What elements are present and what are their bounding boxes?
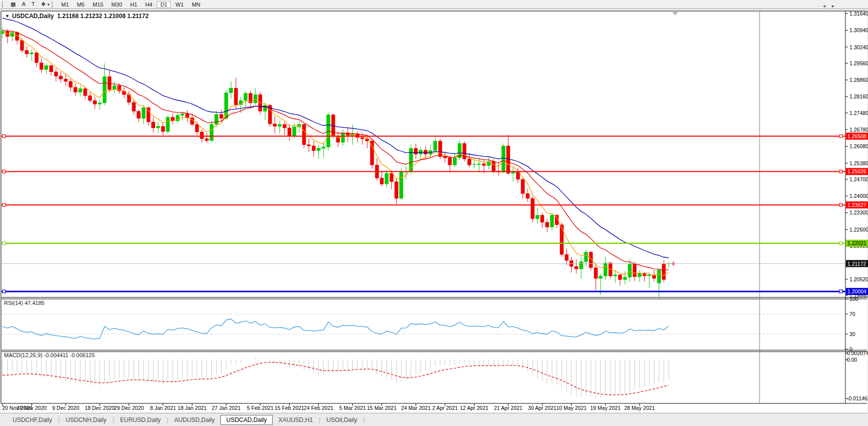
symbol-tab-USDCNH[interactable]: USDCNH,Daily: [60, 415, 112, 425]
candle: [512, 172, 515, 173]
hline-handle[interactable]: [839, 290, 842, 293]
candle: [307, 145, 311, 146]
axis-label: 21 Apr 2021: [494, 405, 523, 411]
candle: [195, 125, 199, 132]
axis-label: 1.23300: [849, 209, 868, 216]
axis-label: 1.23627: [847, 202, 866, 208]
shapes-dropdown-icon[interactable]: ▾: [47, 2, 50, 7]
top-toolbar: ▦AT❖ ▾ M1M5M15M30H1H4D1W1MN: [0, 0, 868, 9]
candle: [443, 157, 447, 158]
chart-canvas[interactable]: 1.316401.309401.302401.295601.288601.281…: [0, 0, 868, 426]
timeframe-W1-button[interactable]: W1: [172, 1, 187, 8]
candle: [273, 124, 277, 127]
chart-menu-arrow-icon[interactable]: ▼: [5, 14, 10, 19]
symbol-tab-bar: USDCHF,Daily|USDCNH,Daily|EURUSD,Daily|A…: [0, 413, 868, 426]
axis-label: 1.20520: [849, 276, 868, 282]
drawing-tools-group: ▦AT❖: [8, 1, 49, 8]
candle: [409, 148, 413, 172]
hline-handle[interactable]: [3, 170, 6, 173]
symbol-tab-USDCAD[interactable]: USDCAD,Daily: [220, 415, 273, 425]
tab-scroll-left-icon[interactable]: ◂: [823, 3, 825, 9]
candle: [322, 147, 325, 148]
axis-label: 30 Apr 2021: [528, 405, 557, 411]
symbol-tab-USOil[interactable]: USOil,Daily: [321, 415, 362, 425]
toolbar-grip[interactable]: [2, 2, 5, 8]
timeframe-H4-button[interactable]: H4: [142, 1, 156, 8]
tab-scroll-right-icon[interactable]: ▸: [832, 3, 834, 9]
candle: [467, 159, 471, 165]
timeframe-group: M1M5M15M30H1H4D1W1MN: [57, 2, 204, 8]
symbol-tab-EURUSD[interactable]: EURUSD,Daily: [114, 415, 166, 425]
axis-label: 1.27480: [849, 110, 868, 116]
candle: [565, 255, 568, 261]
text-box-icon[interactable]: T: [29, 1, 38, 8]
axis-label: 1.30940: [849, 27, 868, 33]
candle: [35, 53, 38, 63]
candle: [662, 264, 666, 280]
candle: [288, 128, 291, 137]
price-badge-1.26508: 1.26508: [846, 133, 868, 140]
timeframe-M5-button[interactable]: M5: [73, 1, 88, 8]
timeframe-M30-button[interactable]: M30: [108, 1, 126, 8]
axis-label: 1.24700: [849, 176, 868, 182]
price-badge-1.20004: 1.20004: [846, 288, 868, 295]
candle: [1, 31, 5, 34]
timeframe-D1-button[interactable]: D1: [157, 1, 171, 8]
hline-handle[interactable]: [839, 135, 842, 138]
text-label-icon[interactable]: A: [19, 1, 28, 8]
hline-handle[interactable]: [3, 203, 6, 206]
candle: [83, 88, 87, 95]
timeframe-H1-button[interactable]: H1: [127, 1, 141, 8]
candle: [657, 270, 661, 283]
candle: [219, 115, 223, 119]
axis-label: 24 Mar 2021: [401, 405, 431, 411]
timeframe-M15-button[interactable]: M15: [89, 1, 106, 8]
candle: [215, 115, 218, 125]
candle: [283, 125, 286, 128]
axis-label: 24 Feb 2021: [304, 405, 333, 411]
candle: [531, 198, 534, 219]
candle: [132, 102, 136, 112]
candle: [526, 193, 530, 198]
axis-label: 5 Mar 2021: [339, 405, 366, 411]
hline-handle[interactable]: [3, 242, 6, 245]
hline-handle[interactable]: [839, 170, 842, 173]
candle: [341, 133, 345, 142]
candle: [453, 158, 456, 165]
candle: [448, 158, 452, 165]
hline-handle[interactable]: [3, 290, 6, 293]
candle: [166, 117, 170, 132]
candle: [45, 66, 48, 70]
candle: [516, 172, 520, 179]
symbol-tab-USDCHF[interactable]: USDCHF,Daily: [7, 415, 58, 425]
candle: [414, 148, 418, 154]
snap-grid-icon[interactable]: ▦: [8, 1, 18, 8]
axis-label: 1.26080: [849, 143, 868, 149]
symbol-tab-AUDUSD[interactable]: AUDUSD,Daily: [169, 415, 220, 425]
candle: [229, 88, 233, 93]
timeframe-M1-button[interactable]: M1: [58, 1, 72, 8]
candle: [293, 127, 296, 136]
axis-label: 70: [849, 311, 855, 317]
timeframe-MN-button[interactable]: MN: [188, 1, 204, 8]
candle: [633, 264, 637, 277]
axis-label: 27 Jan 2021: [212, 405, 241, 411]
candle: [613, 275, 617, 276]
candle: [98, 103, 101, 104]
candle: [390, 173, 393, 182]
hline-handle[interactable]: [3, 135, 6, 138]
axis-label: 1.28860: [849, 77, 868, 83]
candle: [186, 114, 189, 118]
axis-label: 15 Mar 2021: [367, 405, 397, 411]
hline-handle[interactable]: [839, 242, 842, 245]
toolbar-grip-2[interactable]: [52, 2, 54, 8]
candle: [594, 268, 597, 278]
candle: [648, 275, 651, 276]
candle: [69, 81, 72, 87]
hline-handle[interactable]: [839, 203, 842, 206]
axis-label: 9 Dec 2020: [52, 405, 79, 411]
symbol-tab-XAUUSD[interactable]: XAUUSD,H1: [273, 415, 318, 425]
tab-scroll-arrows: ◂ ▸: [820, 3, 837, 9]
axis-label: 1.24000: [849, 193, 868, 199]
candle: [49, 66, 53, 72]
